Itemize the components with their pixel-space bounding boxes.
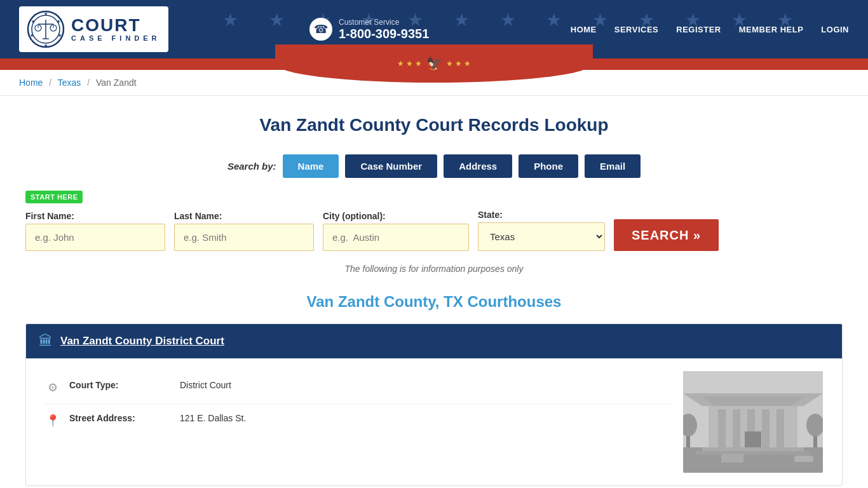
state-label: State: [478, 210, 605, 220]
court-type-label: Court Type: [69, 380, 171, 390]
courthouses-title: Van Zandt County, TX Courthouses [25, 293, 843, 311]
svg-rect-34 [794, 456, 813, 462]
last-name-field-group: Last Name: [174, 211, 314, 251]
tab-phone[interactable]: Phone [519, 154, 578, 178]
svg-rect-19 [733, 409, 740, 447]
city-label: City (optional): [323, 211, 469, 221]
breadcrumb-current: Van Zandt [96, 78, 137, 88]
courthouse-image [683, 371, 823, 473]
search-form-area: START HERE First Name: Last Name: City (… [25, 191, 843, 251]
logo-case-finder-text: CASE FINDER [71, 34, 161, 42]
tab-email[interactable]: Email [585, 154, 641, 178]
svg-rect-26 [702, 447, 804, 451]
address-row: 📍 Street Address: 121 E. Dallas St. [45, 404, 670, 437]
banner-eagle-row: ★ ★ ★ 🦅 ★ ★ ★ [275, 44, 593, 83]
address-label: Street Address: [69, 413, 171, 423]
info-note: The following is for information purpose… [25, 264, 843, 274]
state-field-group: State: Texas Alabama Alaska Arizona Arka… [478, 210, 605, 251]
search-fields-row: First Name: Last Name: City (optional): … [25, 210, 843, 251]
courthouse-icon: 🏛 [39, 333, 53, 349]
search-by-row: Search by: Name Case Number Address Phon… [25, 154, 843, 178]
svg-text:★: ★ [58, 33, 62, 37]
logo-area: ★ ★ ★ ★ ★ ★ COURT CASE FINDER [19, 6, 168, 52]
first-name-label: First Name: [25, 211, 165, 221]
svg-rect-22 [776, 409, 784, 447]
tab-case-number[interactable]: Case Number [345, 154, 437, 178]
courthouse-card: 🏛 Van Zandt County District Court ⚙ Cour… [25, 323, 843, 486]
wave-banner: ★ ★ ★ 🦅 ★ ★ ★ [0, 58, 868, 70]
city-input[interactable] [323, 224, 469, 251]
courthouse-illustration [683, 371, 823, 473]
svg-rect-32 [721, 454, 743, 463]
svg-text:★: ★ [44, 43, 48, 48]
city-field-group: City (optional): [323, 211, 469, 251]
start-here-badge: START HERE [25, 191, 83, 203]
svg-text:★: ★ [44, 11, 48, 16]
logo-box: ★ ★ ★ ★ ★ ★ COURT CASE FINDER [19, 6, 168, 52]
courthouse-name-link[interactable]: Van Zandt County District Court [60, 335, 224, 348]
search-by-label: Search by: [227, 161, 276, 172]
svg-rect-18 [718, 409, 726, 447]
nav-register[interactable]: REGISTER [676, 25, 721, 34]
first-name-field-group: First Name: [25, 211, 165, 251]
location-icon: 📍 [45, 414, 60, 428]
court-type-row: ⚙ Court Type: District Court [45, 371, 670, 404]
svg-text:★: ★ [31, 19, 35, 24]
logo-emblem: ★ ★ ★ ★ ★ ★ [27, 10, 65, 48]
svg-text:★: ★ [57, 19, 60, 24]
nav-home[interactable]: HOME [571, 25, 597, 34]
eagle-icon: 🦅 [426, 56, 442, 71]
breadcrumb-sep-2: / [87, 78, 90, 88]
nav-login[interactable]: LOGIN [821, 25, 849, 34]
last-name-input[interactable] [174, 224, 314, 251]
courthouse-body: ⚙ Court Type: District Court 📍 Street Ad… [26, 358, 842, 485]
gavel-icon: ⚙ [45, 381, 60, 395]
banner-stars-right: ★ ★ ★ [446, 59, 471, 68]
svg-rect-27 [696, 451, 810, 455]
cs-phone: 1-800-309-9351 [339, 27, 429, 41]
courthouse-card-header: 🏛 Van Zandt County District Court [26, 324, 842, 358]
breadcrumb-home[interactable]: Home [19, 78, 43, 88]
page-title: Van Zandt County Court Records Lookup [25, 115, 843, 135]
banner-stars-left: ★ ★ ★ [397, 59, 423, 68]
court-type-value: District Court [180, 380, 231, 390]
first-name-input[interactable] [25, 224, 165, 251]
cs-label: Customer Service [339, 18, 429, 27]
search-button[interactable]: SEARCH » [614, 219, 719, 251]
customer-service: ☎ Customer Service 1-800-309-9351 [309, 18, 429, 41]
breadcrumb-state[interactable]: Texas [58, 78, 81, 88]
svg-marker-24 [702, 396, 804, 406]
breadcrumb-sep-1: / [49, 78, 51, 88]
tab-address[interactable]: Address [444, 154, 512, 178]
svg-text:★: ★ [30, 33, 34, 37]
logo-court-text: COURT [71, 17, 141, 34]
last-name-label: Last Name: [174, 211, 314, 221]
nav-member-help[interactable]: MEMBER HELP [739, 25, 804, 34]
address-value: 121 E. Dallas St. [180, 413, 246, 423]
nav-services[interactable]: SERVICES [614, 25, 659, 34]
logo-text-block: COURT CASE FINDER [71, 17, 161, 42]
main-content: Van Zandt County Court Records Lookup Se… [0, 96, 868, 488]
phone-icon: ☎ [309, 18, 332, 41]
main-nav: HOME SERVICES REGISTER MEMBER HELP LOGIN [571, 25, 849, 34]
svg-rect-21 [762, 409, 770, 447]
state-select[interactable]: Texas Alabama Alaska Arizona Arkansas Ca… [478, 222, 605, 251]
courthouse-info: ⚙ Court Type: District Court 📍 Street Ad… [45, 371, 670, 473]
svg-rect-33 [759, 455, 785, 463]
tab-name[interactable]: Name [283, 154, 339, 178]
